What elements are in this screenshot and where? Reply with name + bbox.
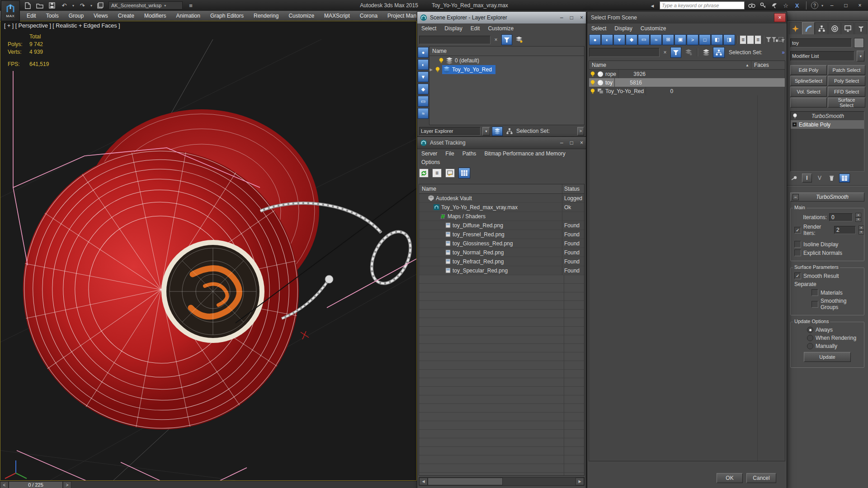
filter-combinations-icon[interactable] — [766, 36, 771, 44]
viewport-label[interactable]: [ + ] [ Perspective ] [ Realistic + Edge… — [4, 23, 120, 29]
favorites-star-icon[interactable]: ☆ — [782, 1, 790, 9]
filter-icon[interactable] — [501, 34, 512, 45]
workspace-selector[interactable]: AK_Screenshot_wrksp ▾ — [108, 1, 183, 9]
edit-poly-button[interactable]: Edit Poly — [790, 65, 827, 75]
bulb-icon[interactable] — [439, 57, 444, 64]
maximize-icon[interactable]: □ — [570, 140, 573, 146]
name-column-header[interactable]: Name — [422, 186, 436, 192]
bulb-icon[interactable] — [435, 66, 440, 73]
refresh-icon[interactable] — [419, 169, 429, 178]
undo-icon[interactable]: ↶ — [60, 1, 68, 9]
display-helpers-icon[interactable]: ▭ — [638, 34, 650, 45]
more-toolbar-icon[interactable]: » — [782, 49, 785, 56]
filter-icon[interactable] — [670, 47, 681, 58]
status-column-header[interactable]: Status — [562, 184, 584, 193]
modifier-name[interactable]: TurboSmooth — [811, 113, 844, 119]
minimize-button[interactable]: – — [826, 1, 837, 9]
object-row-rope[interactable]: rope 3926 — [589, 70, 785, 78]
cancel-button[interactable]: Cancel — [746, 473, 776, 483]
minimize-icon[interactable]: – — [560, 140, 563, 146]
scrollbar-thumb[interactable] — [428, 478, 503, 485]
table-row[interactable]: Maps / Shaders — [419, 212, 584, 221]
display-shapes-icon[interactable]: ◐ — [601, 34, 613, 45]
materials-checkbox[interactable] — [811, 289, 818, 296]
bulb-icon[interactable] — [793, 113, 797, 119]
modifier-list-dropdown[interactable]: Modifier List — [790, 51, 854, 61]
scroll-left-icon[interactable]: ◀ — [419, 478, 428, 485]
menu-paths[interactable]: Paths — [458, 150, 481, 157]
display-shapes-icon[interactable]: ◐ — [418, 59, 429, 70]
menu-tools[interactable]: Tools — [41, 13, 64, 19]
collapse-icon[interactable]: − — [793, 194, 799, 200]
faces-column-header[interactable]: Faces — [751, 61, 785, 69]
spin-up-icon[interactable]: ▴ — [855, 213, 861, 217]
menu-graph-editors[interactable]: Graph Editors — [205, 13, 249, 19]
new-file-icon[interactable] — [24, 1, 32, 9]
layer-name[interactable]: 0 (default) — [455, 57, 479, 64]
empty-button[interactable] — [790, 98, 827, 108]
display-geometry-icon[interactable]: ● — [589, 34, 601, 45]
table-row[interactable]: toy_Specular_Red.png Found — [419, 266, 584, 275]
asset-tracking-titlebar[interactable]: Asset Tracking – □ × — [417, 137, 586, 149]
stack-item-turbosmooth[interactable]: TurboSmooth — [791, 112, 864, 120]
table-row[interactable]: toy_Diffuse_Red.png Found — [419, 221, 584, 230]
tab-motion[interactable] — [828, 22, 841, 34]
expand-icon[interactable]: ▶ — [429, 67, 433, 72]
patch-select-button[interactable]: Patch Select — [828, 65, 865, 75]
tab-create[interactable] — [789, 22, 802, 34]
menu-modifiers[interactable]: Modifiers — [139, 13, 171, 19]
spin-down-icon[interactable]: ▾ — [859, 230, 864, 235]
table-view-icon[interactable] — [458, 168, 470, 178]
menu-server[interactable]: Server — [417, 150, 441, 157]
communication-icon[interactable] — [770, 1, 778, 9]
object-name[interactable]: rope — [605, 71, 616, 77]
restore-button[interactable]: □ — [840, 1, 851, 9]
menu-group[interactable]: Group — [64, 13, 89, 19]
close-icon[interactable]: × — [774, 13, 786, 22]
remove-modifier-icon[interactable] — [827, 174, 835, 182]
help-icon[interactable]: ? — [811, 2, 818, 9]
display-spacewarps-icon[interactable]: ≈ — [418, 108, 429, 119]
vol-select-button[interactable]: Vol. Select — [790, 87, 827, 97]
sync-selection-icon[interactable]: ≡ — [755, 35, 762, 44]
iterations-spinner[interactable]: ▴ ▾ — [855, 213, 861, 222]
always-radio[interactable] — [807, 327, 813, 333]
turbosmooth-rollout-header[interactable]: − TurboSmooth — [790, 192, 864, 202]
configure-modifier-sets-icon[interactable] — [839, 174, 850, 183]
ffd-select-button[interactable]: FFD Select — [828, 87, 865, 97]
menu-file[interactable]: File — [441, 150, 458, 157]
previous-frame-button[interactable]: < — [0, 481, 9, 488]
show-end-result-icon[interactable]: I — [802, 174, 812, 183]
tab-utilities[interactable] — [854, 22, 867, 34]
help-dropdown-icon[interactable]: ▾ — [821, 4, 823, 8]
display-lights-icon[interactable]: ▼ — [613, 34, 625, 45]
save-icon[interactable] — [48, 1, 56, 9]
table-row[interactable]: Autodesk Vault Logged — [419, 194, 584, 203]
bulb-icon[interactable] — [590, 88, 595, 94]
table-row[interactable]: toy_Glossiness_Red.png Found — [419, 239, 584, 248]
project-folder-icon[interactable] — [96, 1, 104, 9]
isoline-display-checkbox[interactable] — [794, 241, 801, 248]
bulb-icon[interactable] — [590, 71, 595, 77]
menu-create[interactable]: Create — [113, 13, 139, 19]
undo-dropdown-icon[interactable]: ▾ — [72, 4, 74, 8]
object-name[interactable]: Toy_Yo-Yo_Red — [605, 88, 644, 94]
layers-star-icon[interactable] — [514, 36, 524, 44]
when-rendering-radio[interactable] — [807, 335, 813, 341]
object-name[interactable]: toy — [605, 80, 613, 86]
maximize-icon[interactable]: □ — [570, 14, 573, 21]
smooth-result-checkbox[interactable]: ✓ — [794, 272, 801, 279]
ok-button[interactable]: OK — [717, 473, 743, 483]
advanced-filter-icon[interactable] — [772, 36, 778, 44]
path-editor-icon[interactable] — [445, 169, 455, 178]
redo-dropdown-icon[interactable]: ▾ — [90, 4, 92, 8]
display-helpers-icon[interactable]: ▭ — [418, 96, 429, 107]
clear-search-icon[interactable]: × — [492, 36, 500, 44]
table-row[interactable]: toy_Fresnel_Red.png Found — [419, 230, 584, 239]
menu-views[interactable]: Views — [89, 13, 113, 19]
find-input[interactable] — [419, 36, 491, 44]
help-search-input[interactable] — [660, 1, 745, 9]
render-iters-spinner[interactable]: ▴ ▾ — [859, 225, 864, 235]
smoothing-groups-checkbox[interactable] — [811, 301, 818, 308]
object-row-toy[interactable]: toy 5816 — [589, 78, 785, 87]
